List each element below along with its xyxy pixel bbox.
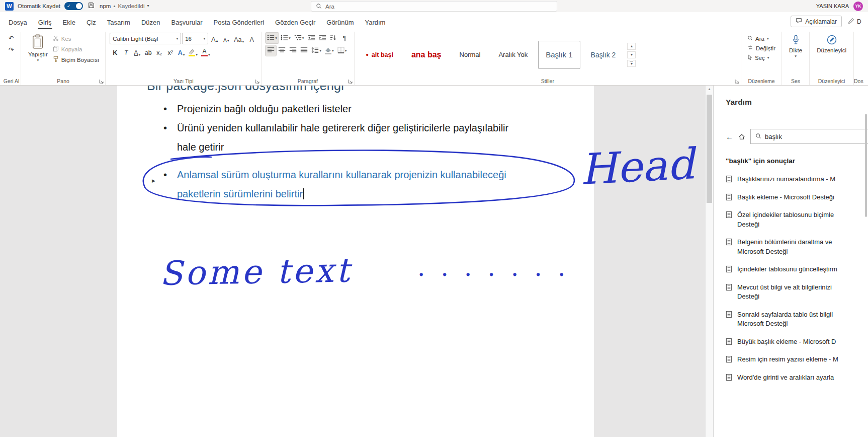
- scroll-up-arrow[interactable]: ▴: [706, 87, 713, 91]
- bullets-button[interactable]: ▾: [266, 33, 279, 43]
- font-family-select[interactable]: Calibri Light (Başl ▾: [110, 33, 181, 44]
- copy-label: Kopyala: [61, 46, 82, 52]
- chevron-down-icon: ▾: [767, 56, 769, 60]
- font-dialog-launcher-icon[interactable]: [255, 79, 259, 84]
- tab-ekle[interactable]: Ekle: [57, 14, 81, 30]
- styles-gallery-more-button[interactable]: ▾: [627, 60, 636, 67]
- find-button[interactable]: Ara ▾: [745, 34, 777, 43]
- help-result-link[interactable]: Mevcut üst bilgi ve alt bilgileriniziDes…: [726, 283, 868, 302]
- style-normal[interactable]: Normal: [452, 41, 488, 69]
- tab-giris[interactable]: Giriş: [33, 14, 57, 30]
- dictate-button[interactable]: Dikte ▾: [786, 33, 805, 60]
- help-result-link[interactable]: Word'de girinti ve aralıkları ayarla: [726, 373, 868, 383]
- replace-button[interactable]: Değiştir: [745, 44, 777, 52]
- document-title[interactable]: npm • Kaydedildi ▾: [100, 3, 149, 9]
- styles-scroll-up-button[interactable]: ▴: [627, 43, 636, 50]
- font-size-select[interactable]: 16 ▾: [182, 33, 208, 44]
- grow-font-button[interactable]: A▴: [209, 33, 220, 44]
- underline-button[interactable]: A▾: [132, 46, 142, 57]
- tab-yardim[interactable]: Yardım: [359, 14, 391, 30]
- help-result-text: Başlık ekleme - Microsoft Desteği: [737, 193, 834, 202]
- style-alt-basl[interactable]: • alt başl: [359, 41, 401, 69]
- shading-button[interactable]: ▾: [323, 45, 335, 56]
- bold-button[interactable]: K: [110, 46, 120, 57]
- back-icon[interactable]: ←: [726, 133, 733, 140]
- help-result-link[interactable]: Sonraki sayfalarda tablo üst bilgilMicro…: [726, 310, 868, 329]
- help-panel-title: Yardım: [726, 98, 868, 107]
- multilevel-list-button[interactable]: ▾: [293, 33, 306, 43]
- style-aralik-yok[interactable]: Aralık Yok: [491, 41, 535, 69]
- style-ana-bas[interactable]: ana baş: [404, 41, 449, 69]
- tab-dosya[interactable]: Dosya: [3, 14, 33, 30]
- style-baslik-1[interactable]: Başlık 1: [538, 41, 580, 69]
- help-scrollbar-thumb[interactable]: [865, 114, 867, 217]
- save-button[interactable]: [87, 2, 96, 11]
- line-spacing-button[interactable]: ▾: [310, 45, 323, 56]
- help-result-text: Belgenin bölümlerini daraltma ve: [737, 238, 832, 247]
- styles-dialog-launcher-icon[interactable]: [735, 79, 739, 84]
- help-result-link[interactable]: İçindekiler tablosunu güncelleştirm: [726, 265, 868, 274]
- styles-scroll-down-button[interactable]: ▾: [627, 51, 636, 58]
- style-baslik-2[interactable]: Başlık 2: [583, 41, 624, 69]
- align-right-button[interactable]: [288, 45, 298, 56]
- cut-button[interactable]: Kes: [51, 34, 101, 43]
- justify-button[interactable]: [299, 45, 309, 56]
- select-button[interactable]: Seç ▾: [745, 53, 777, 62]
- editor-button[interactable]: Düzenleyici: [814, 33, 849, 55]
- align-center-button[interactable]: [277, 45, 287, 56]
- document-icon: [726, 311, 732, 318]
- document-scrollbar[interactable]: ▴: [705, 86, 713, 437]
- superscript-button[interactable]: x²: [165, 46, 176, 57]
- help-result-link[interactable]: Belgenin bölümlerini daraltma veMicrosof…: [726, 238, 868, 256]
- increase-indent-button[interactable]: [317, 33, 328, 43]
- home-icon[interactable]: [738, 133, 745, 140]
- tab-posta-gonderileri[interactable]: Posta Gönderileri: [208, 14, 270, 30]
- scrollbar-thumb[interactable]: [707, 95, 712, 203]
- change-case-button[interactable]: Aa▾: [232, 33, 245, 44]
- undo-button[interactable]: ↶: [6, 33, 17, 43]
- borders-button[interactable]: ▾: [336, 45, 349, 56]
- comments-button[interactable]: Açıklamalar: [791, 16, 842, 27]
- collapse-triangle-icon[interactable]: ▶: [152, 171, 155, 190]
- copy-button[interactable]: Kopyala: [51, 44, 101, 54]
- highlight-color-button[interactable]: ▾: [187, 46, 199, 57]
- paste-button[interactable]: Yapıştır ▾: [25, 33, 51, 64]
- redo-button[interactable]: ↷: [6, 44, 17, 55]
- decrease-indent-button[interactable]: [306, 33, 317, 43]
- numbering-button[interactable]: ▾: [279, 33, 292, 43]
- tab-gozden-gecir[interactable]: Gözden Geçir: [270, 14, 321, 30]
- help-result-link[interactable]: Resim için resim yazısı ekleme - M: [726, 355, 868, 365]
- shrink-font-button[interactable]: A▾: [221, 33, 231, 44]
- tab-duzen[interactable]: Düzen: [136, 14, 166, 30]
- avatar[interactable]: YK: [853, 2, 863, 11]
- chevron-down-icon: ▾: [196, 53, 198, 57]
- tab-basvurular[interactable]: Başvurular: [165, 14, 208, 30]
- subscript-button[interactable]: x₂: [154, 46, 164, 57]
- autosave-label: Otomatik Kaydet: [18, 3, 60, 9]
- help-result-link[interactable]: Özel içindekiler tablosunu biçimleDesteğ…: [726, 210, 868, 229]
- tab-ciz[interactable]: Çiz: [81, 14, 102, 30]
- align-left-button[interactable]: [266, 45, 276, 56]
- sort-button[interactable]: [328, 33, 339, 43]
- document-page[interactable]: Bir package.json dosyasının içeriği • Pr…: [117, 86, 594, 437]
- show-formatting-marks-button[interactable]: ¶: [339, 33, 350, 43]
- clipboard-dialog-launcher-icon[interactable]: [99, 79, 104, 84]
- font-color-button[interactable]: A ▾: [200, 46, 212, 57]
- document-canvas: Bir package.json dosyasının içeriği • Pr…: [0, 86, 705, 437]
- help-search-input[interactable]: başlık: [750, 129, 868, 144]
- format-painter-button[interactable]: Biçim Boyacısı: [51, 55, 101, 64]
- paragraph-dialog-launcher-icon[interactable]: [348, 79, 353, 84]
- text-effects-button[interactable]: A▾: [176, 46, 187, 57]
- search-box[interactable]: Ara: [311, 1, 557, 12]
- tab-gorunum[interactable]: Görünüm: [321, 14, 359, 30]
- word-logo[interactable]: W: [5, 2, 14, 11]
- help-result-link[interactable]: Başlık ekleme - Microsoft Desteği: [726, 193, 868, 202]
- clear-formatting-button[interactable]: A: [246, 33, 257, 44]
- help-result-link[interactable]: Büyük başlık ekleme - Microsoft D: [726, 337, 868, 347]
- editing-mode-button[interactable]: D: [848, 18, 865, 26]
- strikethrough-button[interactable]: ab: [143, 46, 153, 57]
- italic-button[interactable]: T: [121, 46, 131, 57]
- autosave-toggle[interactable]: ✓: [64, 2, 83, 10]
- tab-tasarim[interactable]: Tasarım: [102, 14, 136, 30]
- help-result-link[interactable]: Başlıklarınızı numaralandırma - M: [726, 175, 868, 184]
